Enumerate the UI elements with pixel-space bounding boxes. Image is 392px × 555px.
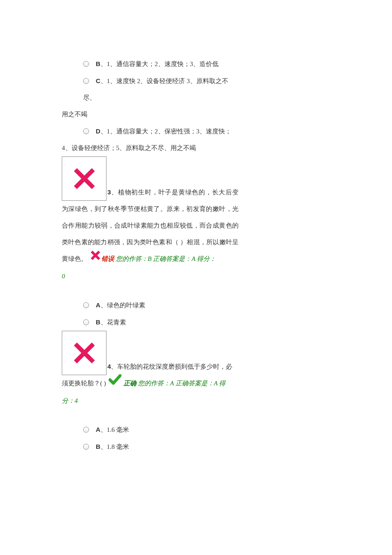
option-text: 、1、通信容量大；2、速度快；3、造价低 xyxy=(101,61,219,67)
radio-icon xyxy=(83,302,89,308)
q3-option-b[interactable]: B、花青素 xyxy=(83,314,239,331)
cross-box-icon xyxy=(62,331,107,375)
option-letter: B xyxy=(96,318,101,326)
option-b[interactable]: B、1、通信容量大；2、速度快；3、造价低 xyxy=(83,55,239,72)
radio-icon xyxy=(83,61,89,67)
option-d-tail: 4、设备轻便经济；5、原料取之不尽、用之不竭 xyxy=(62,140,239,156)
q4-option-b[interactable]: B、1.8 毫米 xyxy=(83,438,239,455)
question-3-block: 3、植物初生时，叶子是黄绿色的，长大后变 为深绿色，到了秋冬季节便枯黄了。原来，… xyxy=(62,156,239,285)
option-letter: B xyxy=(96,60,101,67)
option-letter: D xyxy=(96,127,101,135)
feedback-score: 0 xyxy=(62,273,65,280)
option-letter: B xyxy=(96,443,101,450)
option-text: 、花青素 xyxy=(101,319,126,326)
radio-icon xyxy=(83,427,89,433)
feedback-score: 分：4 xyxy=(62,397,78,404)
question-stem-line1: 、植物初生时，叶子是黄绿色的，长大后变 xyxy=(111,189,239,196)
q3-option-a[interactable]: A、绿色的叶绿素 xyxy=(83,297,239,314)
option-text: 、1、通信容量大；2、保密性强；3、速度快； xyxy=(101,128,232,135)
radio-icon xyxy=(83,128,89,134)
correct-label: 正确 xyxy=(124,380,136,387)
wrong-label: 错误 xyxy=(101,255,114,262)
option-c-tail: 用之不竭 xyxy=(62,106,239,123)
radio-icon xyxy=(83,319,89,325)
check-icon xyxy=(109,374,121,392)
feedback-text: 您的作答：A 正确答案是：A 得 xyxy=(136,380,225,387)
option-c[interactable]: C、1、速度快 2、设备轻便经济 3、原料取之不尽、 xyxy=(83,72,239,106)
option-letter: A xyxy=(96,426,101,433)
cross-box-icon xyxy=(62,156,107,201)
option-text: 、1.6 毫米 xyxy=(101,426,130,433)
question-stem-line1: 、车轮胎的花纹深度磨损到低于多少时，必 xyxy=(111,363,232,370)
option-d[interactable]: D、1、通信容量大；2、保密性强；3、速度快； xyxy=(83,123,239,140)
option-text: 、1、速度快 2、设备轻便经济 3、原料取之不尽、 xyxy=(83,78,228,101)
radio-icon xyxy=(83,78,89,84)
option-text: 、绿色的叶绿素 xyxy=(101,302,145,309)
question-stem-rest: 须更换轮胎？( ) xyxy=(62,380,106,387)
feedback-text: 您的作答：B 正确答案是：A 得分： xyxy=(114,255,216,262)
option-text: 、1.8 毫米 xyxy=(101,443,130,450)
option-letter: C xyxy=(96,77,101,84)
question-stem-rest: 为深绿色，到了秋冬季节便枯黄了。原来，初发育的嫩叶，光合作用能力较弱，合成叶绿素… xyxy=(62,205,239,262)
radio-icon xyxy=(83,444,89,450)
cross-icon xyxy=(90,250,101,267)
question-4-block: 4、车轮胎的花纹深度磨损到低于多少时，必 须更换轮胎？( ) 正确 您的作答：A… xyxy=(62,331,239,409)
q4-option-a[interactable]: A、1.6 毫米 xyxy=(83,421,239,438)
option-letter: A xyxy=(96,301,101,309)
